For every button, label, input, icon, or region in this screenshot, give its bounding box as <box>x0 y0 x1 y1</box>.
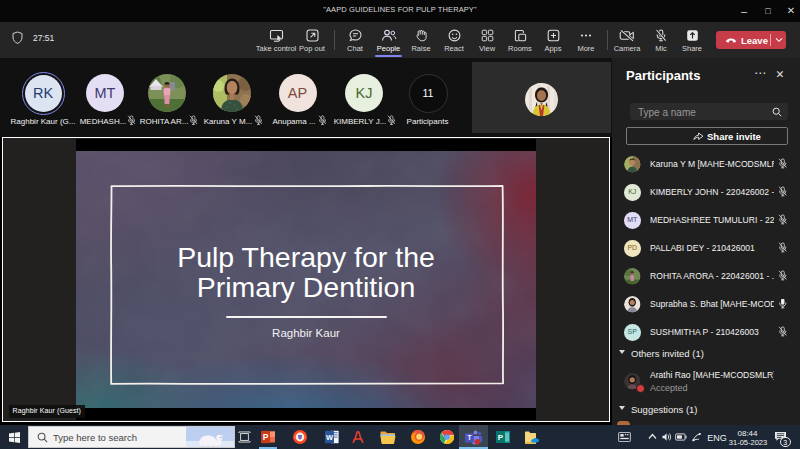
svg-text:W: W <box>326 433 334 442</box>
svg-text:P: P <box>498 433 504 442</box>
svg-text:P: P <box>263 432 269 442</box>
svg-text:T: T <box>468 434 472 441</box>
